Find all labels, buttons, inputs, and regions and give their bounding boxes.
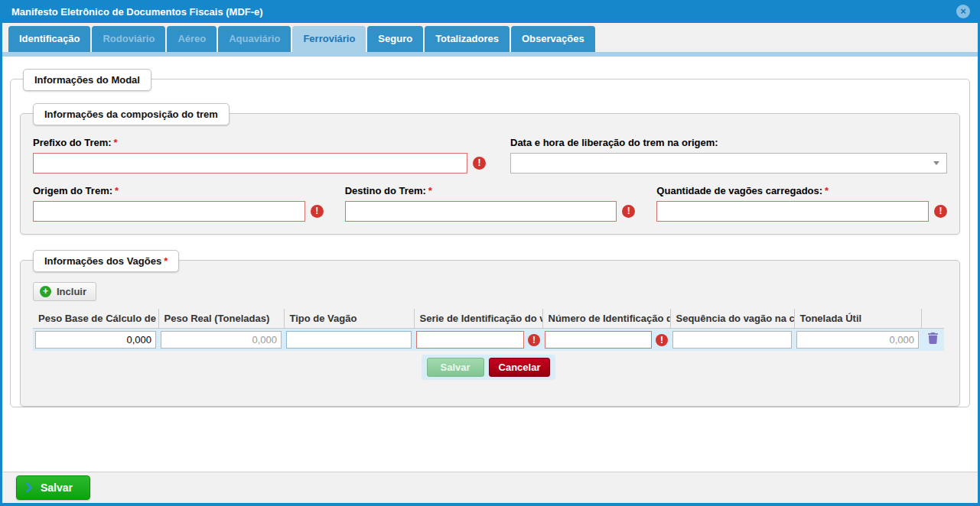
peso-base-input[interactable] (35, 331, 156, 349)
prefixo-input[interactable] (33, 153, 467, 174)
required-asterisk: * (825, 185, 829, 196)
tab-aereo: Aéreo (167, 26, 217, 52)
required-asterisk: * (164, 255, 168, 267)
wagons-grid-header: Peso Base de Cálculo de F Peso Real (Ton… (33, 309, 944, 329)
modal-info-panel: Informações do Modal Informações da comp… (10, 79, 970, 407)
quantidade-vagoes-input[interactable] (656, 201, 929, 222)
required-asterisk: * (115, 185, 119, 196)
incluir-button-label: Incluir (57, 286, 86, 297)
incluir-button[interactable]: + Incluir (33, 282, 96, 301)
tab-aquaviario: Aquaviário (218, 26, 291, 52)
origem-input[interactable] (33, 201, 305, 222)
col-sequencia-vagao[interactable]: Sequência do vagão na co (670, 309, 794, 329)
train-composition-panel: Informações da composição do trem Prefix… (20, 113, 960, 235)
required-asterisk: * (428, 185, 432, 196)
tonelada-util-input[interactable] (796, 331, 919, 349)
plus-icon: + (40, 286, 51, 297)
sequencia-vagao-input[interactable] (672, 331, 792, 349)
required-asterisk: * (114, 137, 118, 148)
tab-identificacao[interactable]: Identificação (8, 26, 90, 52)
tab-content-ferroviario: Informações do Modal Informações da comp… (2, 57, 978, 472)
col-serie-identificacao[interactable]: Serie de Identificação do v (414, 309, 542, 329)
tab-observacoes[interactable]: Observações (511, 26, 595, 52)
save-button-label: Salvar (41, 482, 73, 494)
error-icon: ! (528, 334, 540, 346)
grid-save-button[interactable]: Salvar (427, 358, 484, 377)
data-liberacao-select[interactable] (510, 153, 947, 174)
trash-icon[interactable] (928, 332, 938, 344)
destino-input[interactable] (345, 201, 617, 222)
tab-ferroviario[interactable]: Ferroviário (292, 26, 366, 52)
col-peso-real[interactable]: Peso Real (Toneladas) (158, 309, 284, 329)
modal-info-legend: Informações do Modal (23, 69, 151, 91)
error-icon: ! (473, 157, 486, 170)
wagon-row: ! ! (33, 329, 944, 352)
titlebar: Manifesto Eletrônico de Documentos Fisca… (2, 0, 978, 23)
data-liberacao-label: Data e hora de liberação do trem na orig… (510, 137, 947, 148)
save-button[interactable]: Salvar (16, 475, 90, 500)
mdfe-window: Manifesto Eletrônico de Documentos Fisca… (0, 0, 980, 506)
error-icon: ! (934, 205, 947, 218)
wagons-legend: Informações dos Vagões* (33, 250, 179, 272)
tab-bar: Identificação Rodoviário Aéreo Aquaviári… (2, 23, 978, 52)
tab-totalizadores[interactable]: Totalizadores (425, 26, 510, 52)
footer-bar: Salvar (2, 472, 978, 503)
grid-actions: Salvar Cancelar (33, 355, 944, 380)
error-icon: ! (622, 205, 635, 218)
col-actions (921, 309, 944, 329)
chevron-right-icon (26, 483, 32, 492)
col-tipo-vagao[interactable]: Tipo de Vagão (284, 309, 414, 329)
tab-seguro[interactable]: Seguro (367, 26, 423, 52)
error-icon: ! (656, 334, 668, 346)
serie-identificacao-input[interactable] (416, 331, 524, 349)
numero-identificacao-input[interactable] (545, 331, 652, 349)
origem-label: Origem do Trem:* (33, 185, 324, 196)
wagons-grid: Peso Base de Cálculo de F Peso Real (Ton… (33, 309, 944, 351)
peso-real-input[interactable] (161, 331, 282, 349)
tipo-vagao-input[interactable] (286, 331, 412, 349)
col-peso-base[interactable]: Peso Base de Cálculo de F (33, 309, 158, 329)
tab-rodoviario: Rodoviário (92, 26, 165, 52)
chevron-down-icon (933, 161, 939, 165)
grid-cancel-button[interactable]: Cancelar (489, 358, 551, 377)
window-title: Manifesto Eletrônico de Documentos Fisca… (11, 6, 956, 18)
close-icon[interactable]: × (956, 5, 970, 18)
col-tonelada-util[interactable]: Tonelada Útil (794, 309, 921, 329)
col-numero-identificacao[interactable]: Número de Identificação d (542, 309, 670, 329)
quantidade-vagoes-label: Quantidade de vagões carregados:* (656, 185, 947, 196)
train-composition-legend: Informações da composição do trem (33, 103, 230, 125)
wagons-panel: Informações dos Vagões* + Incluir Peso B… (20, 260, 960, 407)
destino-label: Destino do Trem:* (345, 185, 636, 196)
error-icon: ! (311, 205, 324, 218)
prefixo-label: Prefixo do Trem:* (33, 137, 486, 148)
